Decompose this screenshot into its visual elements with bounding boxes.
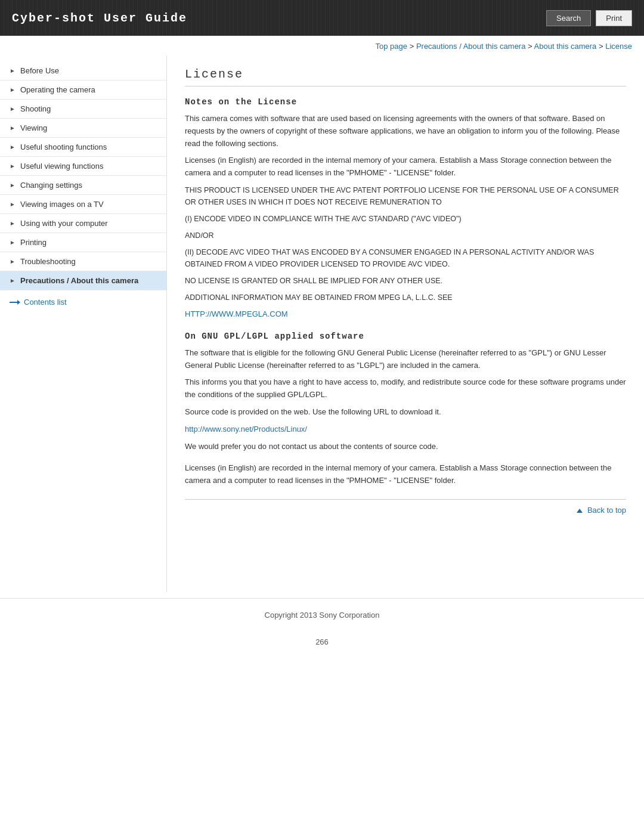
- page-title: License: [185, 67, 626, 86]
- breadcrumb-license[interactable]: License: [605, 42, 632, 51]
- sidebar-item-operating[interactable]: ► Operating the camera: [0, 80, 166, 100]
- section2-link-para: http://www.sony.net/Products/Linux/: [185, 423, 626, 436]
- mpegla-link[interactable]: HTTP://WWW.MPEGLA.COM: [185, 309, 288, 318]
- print-button[interactable]: Print: [596, 10, 632, 26]
- section1-para1: This camera comes with software that are…: [185, 113, 626, 150]
- section2-para1: The software that is eligible for the fo…: [185, 347, 626, 372]
- sidebar-item-computer[interactable]: ► Using with your computer: [0, 214, 166, 233]
- sidebar-item-printing[interactable]: ► Printing: [0, 233, 166, 252]
- sidebar-item-changing-settings[interactable]: ► Changing settings: [0, 176, 166, 195]
- sidebar-item-label: Changing settings: [20, 181, 82, 190]
- page-footer: Copyright 2013 Sony Corporation: [0, 598, 644, 631]
- sidebar-item-label: Viewing images on a TV: [20, 200, 104, 209]
- sidebar-item-label: Viewing: [20, 123, 47, 132]
- search-button[interactable]: Search: [546, 10, 591, 26]
- section2-para5: Licenses (in English) are recorded in th…: [185, 462, 626, 487]
- sidebar-item-label: Shooting: [20, 104, 51, 113]
- sidebar: ► Before Use ► Operating the camera ► Sh…: [0, 55, 167, 592]
- sidebar-item-troubleshooting[interactable]: ► Troubleshooting: [0, 252, 166, 271]
- page-number: 266: [0, 631, 644, 652]
- sidebar-item-before-use[interactable]: ► Before Use: [0, 61, 166, 80]
- app-title: Cyber-shot User Guide: [12, 11, 187, 25]
- back-to-top[interactable]: Back to top: [185, 499, 626, 521]
- sidebar-item-label: Precautions / About this camera: [20, 276, 138, 285]
- arrow-icon: ►: [10, 125, 17, 132]
- sidebar-item-useful-shooting[interactable]: ► Useful shooting functions: [0, 138, 166, 157]
- breadcrumb: Top page > Precautions / About this came…: [0, 36, 644, 55]
- section1-para8: ADDITIONAL INFORMATION MAY BE OBTAINED F…: [185, 292, 626, 304]
- sidebar-item-viewing[interactable]: ► Viewing: [0, 119, 166, 138]
- section1-title: Notes on the License: [185, 97, 626, 107]
- sidebar-item-label: Operating the camera: [20, 85, 95, 94]
- back-to-top-label: Back to top: [587, 506, 626, 515]
- page-header: Cyber-shot User Guide Search Print: [0, 0, 644, 36]
- contents-list-label: Contents list: [24, 298, 67, 306]
- section1-para4: (i) ENCODE VIDEO IN COMPLIANCE WITH THE …: [185, 213, 626, 225]
- section1-para3: THIS PRODUCT IS LICENSED UNDER THE AVC P…: [185, 184, 626, 208]
- section1-para7: NO LICENSE IS GRANTED OR SHALL BE IMPLIE…: [185, 275, 626, 287]
- sidebar-item-label: Printing: [20, 238, 47, 247]
- copyright-text: Copyright 2013 Sony Corporation: [265, 611, 380, 620]
- sidebar-item-label: Useful viewing functions: [20, 162, 103, 171]
- sidebar-item-viewing-tv[interactable]: ► Viewing images on a TV: [0, 195, 166, 214]
- triangle-up-icon: [577, 509, 583, 513]
- breadcrumb-top-page[interactable]: Top page: [376, 42, 408, 51]
- arrow-icon: ►: [10, 201, 17, 208]
- arrow-icon: ►: [10, 106, 17, 113]
- arrow-icon: ►: [10, 67, 17, 75]
- section2-para3: Source code is provided on the web. Use …: [185, 406, 626, 419]
- header-controls: Search Print: [546, 10, 632, 26]
- section2-title: On GNU GPL/LGPL applied software: [185, 332, 626, 341]
- arrow-icon: ►: [10, 163, 17, 170]
- section1-para5: AND/OR: [185, 230, 626, 241]
- arrow-icon: ►: [10, 277, 17, 284]
- sidebar-item-useful-viewing[interactable]: ► Useful viewing functions: [0, 157, 166, 176]
- section1-para2: Licenses (in English) are recorded in th…: [185, 154, 626, 179]
- main-layout: ► Before Use ► Operating the camera ► Sh…: [0, 55, 644, 592]
- section2-para2: This informs you that you have a right t…: [185, 376, 626, 401]
- sidebar-item-label: Troubleshooting: [20, 257, 76, 266]
- section2-para4: We would prefer you do not contact us ab…: [185, 441, 626, 453]
- section1-link-para: HTTP://WWW.MPEGLA.COM: [185, 308, 626, 321]
- arrow-icon: ►: [10, 182, 17, 189]
- arrow-icon: ►: [10, 86, 17, 94]
- sidebar-item-label: Using with your computer: [20, 219, 108, 228]
- sidebar-item-label: Before Use: [20, 66, 59, 75]
- arrow-icon: ►: [10, 239, 17, 246]
- sidebar-item-label: Useful shooting functions: [20, 143, 107, 151]
- sidebar-item-shooting[interactable]: ► Shooting: [0, 100, 166, 119]
- section1-para6: (ii) DECODE AVC VIDEO THAT WAS ENCODED B…: [185, 246, 626, 270]
- arrow-right-icon: [10, 299, 20, 305]
- breadcrumb-about-camera[interactable]: About this camera: [534, 42, 597, 51]
- breadcrumb-precautions[interactable]: Precautions / About this camera: [416, 42, 526, 51]
- sony-linux-link[interactable]: http://www.sony.net/Products/Linux/: [185, 425, 307, 433]
- arrow-icon: ►: [10, 220, 17, 227]
- sidebar-item-precautions[interactable]: ► Precautions / About this camera: [0, 271, 166, 290]
- back-to-top-link[interactable]: Back to top: [577, 506, 626, 515]
- arrow-icon: ►: [10, 258, 17, 265]
- main-content: License Notes on the License This camera…: [167, 55, 644, 532]
- arrow-icon: ►: [10, 144, 17, 151]
- contents-list-link[interactable]: Contents list: [0, 290, 166, 314]
